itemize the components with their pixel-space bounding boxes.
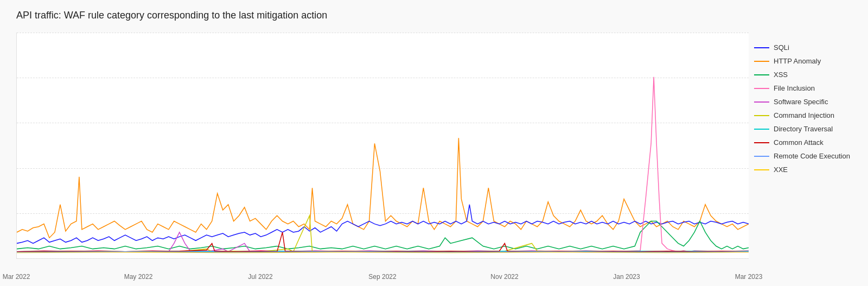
legend-item-xss: XSS: [754, 71, 863, 79]
legend-line-directory-traversal: [754, 129, 769, 130]
x-label-mar-2023: Mar 2023: [735, 273, 763, 281]
legend-label-file-inclusion: File Inclusion: [774, 84, 815, 92]
legend-line-command-injection: [754, 115, 769, 116]
legend-line-sqli: [754, 47, 769, 48]
legend-label-xss: XSS: [774, 71, 788, 79]
chart-svg: [17, 33, 749, 258]
legend-item-software-specific: Software Specific: [754, 98, 863, 106]
legend-label-software-specific: Software Specific: [774, 98, 828, 106]
x-label-jan-2023: Jan 2023: [613, 273, 640, 281]
grid-line-6: [17, 258, 749, 259]
legend-item-rce: Remote Code Execution: [754, 152, 863, 160]
legend-label-command-injection: Command Injection: [774, 111, 834, 119]
legend-item-file-inclusion: File Inclusion: [754, 84, 863, 92]
legend-line-rce: [754, 156, 769, 157]
legend-item-directory-traversal: Directory Traversal: [754, 125, 863, 133]
legend-line-xss: [754, 74, 769, 75]
legend-label-sqli: SQLi: [774, 43, 789, 52]
line-sqli: [17, 205, 749, 244]
legend-item-common-attack: Common Attack: [754, 138, 863, 147]
legend-item-xxe: XXE: [754, 166, 863, 174]
legend-item-sqli: SQLi: [754, 43, 863, 52]
legend-label-common-attack: Common Attack: [774, 138, 824, 147]
chart-area: [16, 33, 749, 259]
legend-line-xxe: [754, 169, 769, 170]
legend-line-common-attack: [754, 142, 769, 143]
legend-line-software-specific: [754, 101, 769, 103]
legend-label-http-anomaly: HTTP Anomaly: [774, 57, 821, 65]
legend-item-command-injection: Command Injection: [754, 111, 863, 119]
legend-line-http-anomaly: [754, 61, 769, 62]
x-label-mar-2022: Mar 2022: [3, 273, 30, 281]
legend-item-http-anomaly: HTTP Anomaly: [754, 57, 863, 65]
legend-label-xxe: XXE: [774, 166, 788, 174]
x-label-nov-2022: Nov 2022: [490, 273, 518, 281]
legend-label-directory-traversal: Directory Traversal: [774, 125, 833, 133]
chart-title: API traffic: WAF rule category correspon…: [16, 10, 327, 21]
x-label-jul-2022: Jul 2022: [248, 273, 272, 281]
x-label-may-2022: May 2022: [124, 273, 153, 281]
legend-label-rce: Remote Code Execution: [774, 152, 850, 160]
x-label-sep-2022: Sep 2022: [368, 273, 396, 281]
legend: SQLi HTTP Anomaly XSS File Inclusion Sof…: [754, 43, 863, 179]
chart-container: API traffic: WAF rule category correspon…: [0, 0, 868, 286]
legend-line-file-inclusion: [754, 88, 769, 89]
